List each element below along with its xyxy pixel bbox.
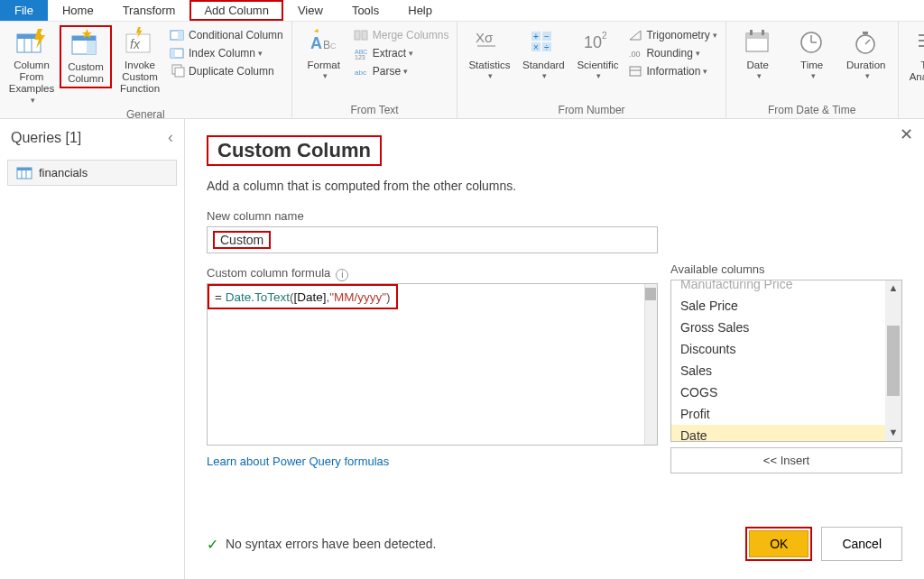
extract-label: Extract bbox=[373, 47, 406, 60]
new-column-name-input[interactable]: Custom bbox=[207, 226, 658, 253]
available-item[interactable]: Profit bbox=[671, 403, 901, 425]
custom-column-button[interactable]: Custom Column bbox=[60, 25, 112, 88]
menu-help[interactable]: Help bbox=[393, 0, 447, 21]
ribbon-group-from-date-time: Date Time Duration From Date & Time bbox=[726, 22, 899, 118]
triangle-icon bbox=[628, 28, 642, 42]
sidebar-collapse-button[interactable]: ‹ bbox=[168, 128, 173, 147]
svg-rect-40 bbox=[630, 67, 641, 76]
dialog-title: Custom Column bbox=[207, 135, 382, 166]
query-item-financials[interactable]: financials bbox=[7, 160, 177, 186]
available-columns-list[interactable]: Manufacturing Price Sale PriceGross Sale… bbox=[670, 280, 902, 442]
format-icon: ABC bbox=[309, 27, 339, 58]
rounding-label: Rounding bbox=[646, 47, 692, 60]
available-item[interactable]: Date bbox=[671, 425, 901, 442]
information-icon bbox=[628, 64, 642, 78]
rounding-button[interactable]: .00 Rounding bbox=[625, 45, 719, 61]
index-column-button[interactable]: Index Column bbox=[168, 45, 286, 61]
available-columns-label: Available columns bbox=[670, 262, 902, 276]
calendar-icon bbox=[743, 27, 773, 58]
svg-rect-6 bbox=[72, 36, 96, 41]
date-button[interactable]: Date bbox=[732, 25, 784, 83]
available-scrollbar[interactable]: ▲▼ bbox=[885, 280, 901, 441]
formula-input[interactable]: = Date.ToText([Date],"MM/yyyy") bbox=[207, 283, 658, 446]
information-button[interactable]: Information bbox=[625, 63, 719, 79]
menu-file[interactable]: File bbox=[0, 0, 48, 21]
merge-columns-button[interactable]: Merge Columns bbox=[352, 27, 452, 43]
table-icon bbox=[17, 168, 32, 179]
learn-link[interactable]: Learn about Power Query formulas bbox=[207, 455, 658, 468]
invoke-custom-function-button[interactable]: fx Invoke Custom Function bbox=[114, 25, 166, 97]
ribbon-group-general: Column From Examples Custom Column fx In… bbox=[0, 22, 292, 118]
duplicate-column-icon bbox=[171, 64, 185, 78]
queries-sidebar: Queries [1] ‹ financials bbox=[0, 119, 185, 579]
time-label: Time bbox=[800, 60, 823, 71]
svg-text:fx: fx bbox=[130, 37, 141, 51]
close-button[interactable]: ✕ bbox=[900, 124, 913, 144]
svg-rect-13 bbox=[178, 31, 183, 40]
duration-button[interactable]: Duration bbox=[840, 25, 892, 83]
text-analytics-label: Text Analytics bbox=[905, 60, 924, 83]
menu-tools[interactable]: Tools bbox=[337, 0, 393, 21]
duplicate-column-button[interactable]: Duplicate Column bbox=[168, 63, 286, 79]
scientific-button[interactable]: 102 Scientific bbox=[571, 25, 624, 83]
insert-button[interactable]: << Insert bbox=[670, 447, 902, 473]
new-column-name-value: Custom bbox=[213, 231, 271, 249]
table-star-icon bbox=[70, 29, 101, 60]
queries-header: Queries [1] bbox=[11, 130, 81, 146]
svg-rect-44 bbox=[750, 30, 753, 35]
menu-view[interactable]: View bbox=[283, 0, 337, 21]
formula-scrollbar[interactable] bbox=[644, 284, 657, 445]
duplicate-column-label: Duplicate Column bbox=[189, 65, 274, 78]
conditional-column-button[interactable]: Conditional Column bbox=[168, 27, 286, 43]
svg-text:C: C bbox=[330, 41, 337, 51]
available-item[interactable]: Gross Sales bbox=[671, 317, 901, 338]
format-button[interactable]: ABC Format bbox=[298, 25, 350, 83]
svg-text:×: × bbox=[533, 42, 539, 52]
ok-button[interactable]: OK bbox=[749, 530, 808, 557]
info-icon[interactable]: i bbox=[336, 269, 348, 281]
svg-text:abc: abc bbox=[355, 69, 366, 77]
extract-button[interactable]: ABC123 Extract bbox=[352, 45, 452, 61]
index-column-label: Index Column bbox=[189, 47, 255, 60]
available-item[interactable]: COGS bbox=[671, 381, 901, 403]
merge-columns-label: Merge Columns bbox=[373, 29, 449, 41]
formula-label: Custom column formula bbox=[207, 266, 330, 280]
parse-icon: abc bbox=[355, 64, 369, 78]
available-item[interactable]: Discounts bbox=[671, 338, 901, 360]
standard-button[interactable]: +−×÷ Standard bbox=[517, 25, 569, 83]
trigonometry-button[interactable]: Trigonometry bbox=[625, 27, 719, 43]
parse-button[interactable]: abc Parse bbox=[352, 63, 452, 79]
query-item-label: financials bbox=[39, 166, 88, 179]
statistics-button[interactable]: Χσ Statistics bbox=[463, 25, 515, 83]
available-item[interactable]: Sales bbox=[671, 360, 901, 381]
column-from-examples-label: Column From Examples bbox=[6, 60, 57, 96]
sigma-icon: Χσ bbox=[474, 27, 504, 58]
custom-column-dialog: ✕ Custom Column Add a column that is com… bbox=[185, 119, 924, 579]
index-column-icon bbox=[171, 46, 185, 60]
custom-column-label: Custom Column bbox=[62, 61, 109, 85]
merge-columns-icon bbox=[355, 28, 369, 42]
table-lightning-icon bbox=[16, 27, 47, 58]
svg-rect-21 bbox=[355, 31, 360, 40]
available-item[interactable]: Sale Price bbox=[671, 295, 901, 317]
menu-home[interactable]: Home bbox=[48, 0, 108, 21]
dialog-subtitle: Add a column that is computed from the o… bbox=[207, 179, 902, 193]
format-label: Format bbox=[308, 60, 340, 71]
svg-text:÷: ÷ bbox=[544, 42, 550, 52]
ribbon-group-from-number-label: From Number bbox=[463, 102, 719, 116]
svg-text:B: B bbox=[323, 39, 330, 51]
svg-text:123: 123 bbox=[355, 54, 365, 60]
date-label: Date bbox=[747, 60, 769, 71]
trigonometry-label: Trigonometry bbox=[646, 29, 709, 41]
column-from-examples-button[interactable]: Column From Examples bbox=[5, 25, 58, 106]
svg-rect-50 bbox=[863, 32, 868, 34]
formula-value: = Date.ToText([Date],"MM/yyyy") bbox=[208, 284, 398, 309]
menu-add-column[interactable]: Add Column bbox=[189, 0, 283, 21]
standard-label: Standard bbox=[522, 60, 565, 71]
time-button[interactable]: Time bbox=[786, 25, 838, 83]
text-analytics-button[interactable]: Text Analytics bbox=[904, 25, 924, 85]
cancel-button[interactable]: Cancel bbox=[821, 527, 902, 561]
menu-transform[interactable]: Transform bbox=[108, 0, 190, 21]
available-item-partial[interactable]: Manufacturing Price bbox=[671, 280, 901, 295]
clock-icon bbox=[797, 27, 827, 58]
